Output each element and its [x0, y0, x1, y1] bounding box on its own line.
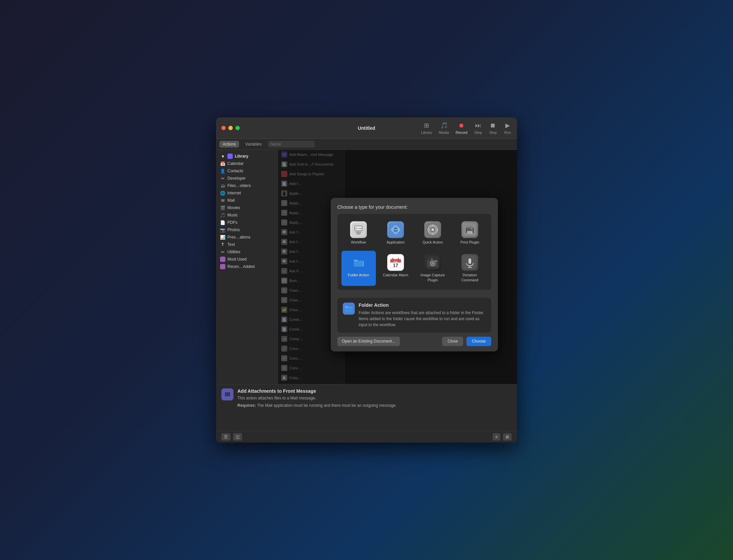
quick-action-icon — [424, 221, 441, 238]
bottom-requires: Requires: The Mail application must be r… — [237, 403, 397, 408]
step-icon: ⏭ — [474, 121, 482, 129]
sidebar-item-recently-added[interactable]: Recen…Added — [216, 263, 278, 270]
svg-point-18 — [431, 228, 434, 231]
sidebar-item-music[interactable]: 🎵 Music — [216, 211, 278, 219]
quick-action-label: Quick Action — [422, 240, 443, 245]
type-folder-action[interactable]: Folder Action — [341, 251, 376, 286]
library-icon: ⊞ — [423, 121, 431, 129]
tab-actions[interactable]: Actions — [219, 141, 239, 148]
dictation-icon — [461, 254, 478, 271]
print-plugin-label: Print Plugin — [460, 240, 479, 245]
run-button[interactable]: ▶ Run — [504, 121, 512, 134]
sidebar-item-movies[interactable]: 🎬 Movies — [216, 204, 278, 211]
main-window: Untitled ⊞ Library 🎵 Media ⏺ Record ⏭ St… — [216, 117, 517, 443]
open-existing-button[interactable]: Open an Existing Document... — [337, 337, 400, 346]
type-workflow[interactable]: WFLOW Workflow — [341, 218, 376, 248]
sidebar-item-presentations[interactable]: 📊 Pres…ations — [216, 234, 278, 241]
menu-button[interactable]: ☰ — [221, 433, 230, 441]
folder-action-label: Folder Action — [348, 273, 369, 278]
developer-icon: ✂ — [220, 176, 225, 181]
sidebar-item-most-used[interactable]: Most Used — [216, 256, 278, 263]
bottom-panel: ✉ Add Attachments to Front Message This … — [216, 384, 517, 431]
window-title: Untitled — [358, 125, 375, 131]
sidebar-toggle[interactable]: ◫ — [233, 433, 242, 441]
dialog-title: Choose a type for your document: — [337, 204, 491, 210]
record-button[interactable]: ⏺ Record — [456, 121, 467, 134]
document-type-dialog: Choose a type for your document: WFLOW — [331, 198, 498, 351]
run-icon: ▶ — [504, 121, 512, 129]
svg-point-25 — [471, 228, 473, 229]
search-input[interactable] — [268, 141, 315, 148]
media-button[interactable]: 🎵 Media — [439, 121, 449, 134]
image-capture-icon — [424, 254, 441, 271]
type-image-capture[interactable]: Image Capture Plugin — [416, 251, 450, 286]
list-view-button[interactable]: ≡ — [493, 433, 500, 441]
tab-variables[interactable]: Variables — [242, 141, 265, 148]
calendar-alarm-icon: JUL 17 — [387, 254, 404, 271]
minimize-button[interactable] — [228, 126, 233, 130]
sidebar-item-text[interactable]: T Text — [216, 241, 278, 248]
desc-text: Folder Actions are workflows that are at… — [359, 310, 486, 328]
type-grid: WFLOW Workflow — [337, 214, 491, 290]
sidebar-item-pdfs[interactable]: 📄 PDFs — [216, 219, 278, 226]
svg-rect-24 — [468, 232, 470, 233]
step-button[interactable]: ⏭ Step — [474, 121, 482, 134]
svg-rect-21 — [467, 226, 473, 228]
calendar-alarm-label: Calendar Alarm — [383, 273, 408, 278]
application-label: Application — [387, 240, 405, 245]
close-button[interactable]: Close — [442, 337, 463, 346]
stop-button[interactable]: ⏹ Stop — [489, 121, 497, 134]
library-button[interactable]: ⊞ Library — [421, 121, 432, 134]
sidebar-item-calendar[interactable]: 📅 Calendar — [216, 160, 278, 167]
maximize-button[interactable] — [235, 126, 240, 130]
choose-button[interactable]: Choose — [466, 337, 491, 346]
requires-text: The Mail application must be running and… — [257, 403, 397, 408]
dialog-header: Choose a type for your document: WFLOW — [331, 198, 498, 294]
type-print-plugin[interactable]: Print Plugin — [453, 218, 487, 248]
toolbar-right: ⊞ Library 🎵 Media ⏺ Record ⏭ Step ⏹ Stop… — [421, 121, 512, 134]
files-icon: 🗂 — [220, 183, 225, 188]
workflow-icon: WFLOW — [350, 221, 367, 238]
svg-point-40 — [435, 261, 437, 262]
sidebar-item-files[interactable]: 🗂 Files…olders — [216, 182, 278, 189]
desc-content: Folder Action Folder Actions are workflo… — [359, 302, 486, 328]
bottom-content: Add Attachments to Front Message This ac… — [237, 388, 397, 408]
svg-rect-42 — [468, 259, 471, 264]
sidebar-item-developer[interactable]: ✂ Developer — [216, 175, 278, 182]
sidebar-item-internet[interactable]: 🌐 Internet — [216, 189, 278, 197]
desc-icon — [343, 302, 355, 314]
sidebar-item-mail[interactable]: ✉ Mail — [216, 197, 278, 204]
bottom-actions-left: ☰ ◫ — [221, 433, 242, 441]
type-application[interactable]: Application — [379, 218, 413, 248]
svg-rect-23 — [468, 231, 472, 232]
application-icon — [387, 221, 404, 238]
type-dictation[interactable]: Dictation Command — [453, 251, 487, 286]
bottom-actions-right: ≡ ⊞ — [493, 433, 512, 441]
movies-icon: 🎬 — [220, 205, 225, 210]
sidebar-item-utilities[interactable]: ✂ Utilities — [216, 248, 278, 256]
tab-bar: Actions Variables — [216, 139, 517, 150]
svg-text:WFLOW: WFLOW — [355, 227, 361, 229]
chevron-down-icon: ▾ — [220, 154, 225, 159]
svg-rect-22 — [467, 231, 473, 234]
sidebar-library-group[interactable]: ▾ Library — [216, 153, 278, 160]
close-button[interactable] — [221, 126, 226, 130]
music-icon: 🎵 — [220, 212, 225, 218]
dictation-label: Dictation Command — [455, 273, 485, 283]
sidebar-item-photos[interactable]: 📷 Photos — [216, 226, 278, 234]
type-quick-action[interactable]: Quick Action — [416, 218, 450, 248]
record-icon: ⏺ — [457, 121, 465, 129]
sidebar-item-contacts[interactable]: 👤 Contacts — [216, 167, 278, 175]
dialog-footer: Open an Existing Document... Close Choos… — [331, 337, 498, 351]
grid-view-button[interactable]: ⊞ — [503, 433, 512, 441]
stop-icon: ⏹ — [489, 121, 497, 129]
type-calendar-alarm[interactable]: JUL 17 Calendar Alarm — [379, 251, 413, 286]
pdfs-icon: 📄 — [220, 220, 225, 225]
print-plugin-icon — [461, 221, 478, 238]
description-section: Folder Action Folder Actions are workflo… — [331, 298, 498, 333]
presentations-icon: 📊 — [220, 235, 225, 240]
svg-rect-5 — [356, 233, 360, 234]
media-icon: 🎵 — [440, 121, 448, 129]
titlebar: Untitled ⊞ Library 🎵 Media ⏺ Record ⏭ St… — [216, 117, 517, 139]
svg-rect-4 — [356, 231, 361, 232]
